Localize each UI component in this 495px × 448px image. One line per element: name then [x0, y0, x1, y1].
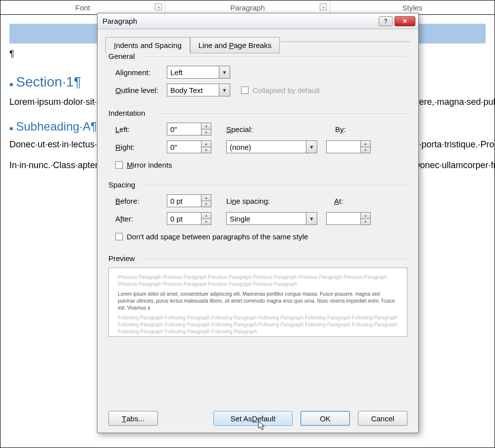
preview-previous: Previous Paragraph Previous Paragraph Pr…: [118, 274, 398, 288]
right-indent-input[interactable]: 0"▲▼: [167, 140, 211, 153]
close-button[interactable]: ✕: [395, 16, 415, 26]
cancel-button[interactable]: Cancel: [358, 411, 407, 426]
spin-up-icon: ▲: [201, 123, 211, 130]
after-input[interactable]: 0 pt▲▼: [167, 212, 211, 225]
ribbon-group-font: Font ↘: [0, 0, 165, 14]
set-as-default-button[interactable]: Set As Default: [213, 411, 293, 426]
mirror-indents-label: Mirror indents: [127, 161, 172, 169]
help-button[interactable]: ?: [379, 16, 393, 26]
outline-level-label: Outline level:: [108, 86, 167, 94]
dialog-button-row: Tabs... Set As Default OK Cancel: [98, 411, 418, 426]
no-space-checkbox[interactable]: [115, 233, 123, 240]
by-label: By:: [335, 125, 364, 134]
ribbon-group-styles: Styles: [330, 0, 495, 14]
group-label-indentation: Indentation: [108, 109, 407, 117]
tab-line-page-breaks[interactable]: Line and Page Breaks: [190, 37, 280, 53]
alignment-select[interactable]: Left ▼: [167, 66, 230, 79]
tab-indents-spacing[interactable]: Indents and Spacing: [105, 37, 190, 53]
line-spacing-select[interactable]: Single▼: [226, 212, 317, 225]
at-label: At:: [334, 197, 363, 205]
dialog-titlebar[interactable]: Paragraph ? ✕: [98, 13, 418, 29]
preview-following: Following Paragraph Following Paragraph …: [118, 314, 398, 335]
ribbon-styles-label: Styles: [402, 3, 423, 12]
dialog-launcher-icon[interactable]: ↘: [320, 3, 327, 10]
at-input[interactable]: ▲▼: [326, 212, 371, 225]
preview-box: Previous Paragraph Previous Paragraph Pr…: [108, 268, 407, 337]
chevron-down-icon: ▼: [306, 213, 317, 224]
chevron-down-icon: ▼: [219, 66, 230, 78]
dialog-title: Paragraph: [102, 17, 137, 25]
special-select[interactable]: (none)▼: [226, 140, 317, 153]
spin-down-icon: ▼: [201, 130, 211, 135]
before-label: Before:: [108, 197, 167, 205]
before-input[interactable]: 0 pt▲▼: [167, 194, 211, 207]
tabs-button[interactable]: Tabs...: [108, 411, 158, 426]
outline-level-select[interactable]: Body Text ▼: [167, 84, 230, 96]
ribbon-group-paragraph: Paragraph ↘: [165, 0, 330, 14]
chevron-down-icon: ▼: [219, 84, 230, 96]
collapsed-checkbox: [241, 87, 248, 94]
group-label-spacing: Spacing: [108, 180, 407, 189]
no-space-label: Don't add space between paragraphs of th…: [127, 232, 308, 241]
ok-button[interactable]: OK: [300, 411, 350, 426]
mirror-indents-checkbox[interactable]: [115, 161, 123, 169]
left-indent-label: Left:: [108, 125, 167, 134]
dialog-tabs: Indents and Spacing Line and Page Breaks: [105, 37, 418, 53]
dialog-body: General Alignment: Left ▼ Outline level:…: [98, 42, 418, 402]
preview-sample: Lorem ipsum dolor sit amet, consectetuer…: [118, 291, 398, 312]
collapsed-label: Collapsed by default: [252, 86, 320, 94]
after-label: After:: [108, 215, 167, 223]
chevron-down-icon: ▼: [306, 141, 317, 153]
group-label-preview: Preview: [108, 254, 407, 263]
line-spacing-label: Line spacing:: [226, 197, 291, 205]
ribbon-font-label: Font: [75, 3, 90, 12]
by-input[interactable]: ▲▼: [326, 140, 371, 153]
right-indent-label: Right:: [108, 143, 167, 151]
special-label: Special:: [226, 125, 271, 134]
alignment-label: Alignment:: [108, 68, 167, 77]
left-indent-input[interactable]: 0"▲▼: [167, 123, 211, 135]
ribbon-paragraph-label: Paragraph: [230, 3, 265, 12]
paragraph-dialog: Paragraph ? ✕ Indents and Spacing Line a…: [97, 13, 419, 433]
dialog-launcher-icon[interactable]: ↘: [155, 3, 162, 10]
